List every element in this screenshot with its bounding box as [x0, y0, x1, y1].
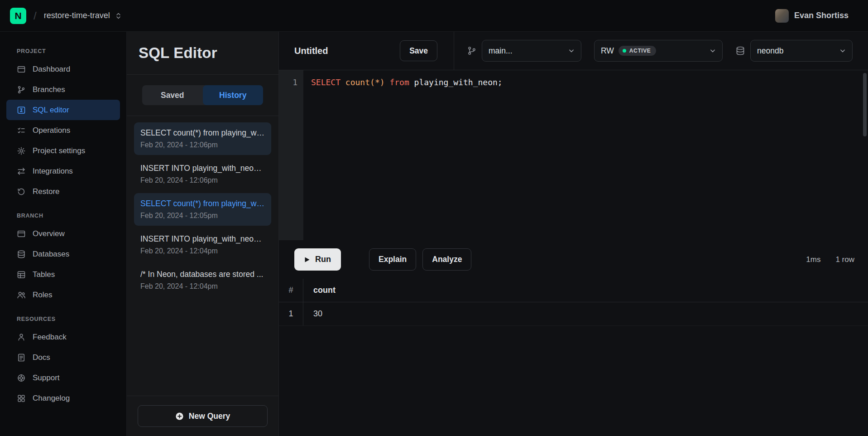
analyze-button[interactable]: Analyze — [422, 248, 471, 271]
sidebar-item-overview[interactable]: Overview — [6, 223, 120, 244]
sidebar-item-integrations[interactable]: Integrations — [6, 161, 120, 181]
code-input[interactable]: SELECT count(*) from playing_with_neon; — [303, 70, 868, 240]
sidebar-item-label: Changelog — [33, 394, 70, 403]
sidebar-item-label: Operations — [33, 126, 70, 135]
project-name: restore-time-travel — [44, 11, 110, 20]
sidebar-item-label: Tables — [33, 270, 55, 279]
user-name: Evan Shortiss — [794, 11, 849, 20]
tab-history[interactable]: History — [203, 85, 264, 105]
scrollbar-thumb[interactable] — [863, 73, 867, 136]
database-icon — [735, 46, 745, 56]
sidebar-item-restore[interactable]: Restore — [6, 181, 120, 202]
query-stats: 1ms 1 row — [806, 255, 854, 264]
sidebar-item-label: Overview — [33, 229, 65, 238]
chevron-down-icon — [839, 48, 846, 54]
line-number-gutter: 1 — [279, 70, 303, 240]
code-editor: 1 SELECT count(*) from playing_with_neon… — [279, 70, 868, 240]
sidebar-item-branches[interactable]: Branches — [6, 79, 120, 100]
user-menu[interactable]: Evan Shortiss — [775, 9, 849, 23]
sidebar-item-docs[interactable]: Docs — [6, 347, 120, 368]
sql-editor-icon — [17, 106, 26, 115]
docs-icon — [17, 353, 26, 362]
query-title[interactable]: Untitled — [294, 46, 328, 56]
code-token-keyword: SELECT — [311, 78, 345, 87]
dashboard-icon — [17, 65, 26, 74]
history-date: Feb 20, 2024 - 12:06pm — [140, 141, 265, 149]
history-item[interactable]: SELECT count(*) from playing_wit... Feb … — [134, 122, 271, 155]
history-item[interactable]: /* In Neon, databases are stored ... Feb… — [134, 264, 271, 296]
table-icon — [17, 270, 26, 279]
history-date: Feb 20, 2024 - 12:04pm — [140, 282, 265, 291]
run-label: Run — [315, 255, 331, 264]
sidebar-item-roles[interactable]: Roles — [6, 285, 120, 305]
chevron-down-icon — [568, 48, 575, 54]
editor-scrollbar[interactable] — [863, 73, 867, 236]
sidebar-item-label: Databases — [33, 250, 69, 259]
sidebar-item-operations[interactable]: Operations — [6, 120, 120, 140]
results-header-count: count — [303, 279, 336, 302]
status-dot-icon — [623, 49, 626, 53]
editor-header: Untitled Save main... RW — [279, 32, 868, 70]
compute-select[interactable]: RW ACTIVE — [594, 40, 723, 62]
restore-icon — [17, 187, 26, 196]
query-duration: 1ms — [806, 255, 820, 264]
section-label: RESOURCES — [17, 316, 126, 322]
results-header-index: # — [279, 279, 303, 302]
sidebar-item-databases[interactable]: Databases — [6, 244, 120, 264]
sidebar-item-label: Docs — [33, 353, 50, 362]
tab-saved[interactable]: Saved — [142, 85, 203, 105]
chevron-down-icon — [710, 48, 716, 54]
sidebar-item-tables[interactable]: Tables — [6, 264, 120, 285]
new-query-button[interactable]: New Query — [138, 405, 268, 427]
results-cell-index: 1 — [279, 302, 303, 325]
history-query: INSERT INTO playing_with_neon(... — [140, 234, 265, 244]
plus-circle-icon — [175, 412, 184, 421]
section-label: PROJECT — [17, 48, 126, 54]
integrations-icon — [17, 167, 26, 176]
history-item[interactable]: INSERT INTO playing_with_neon(... Feb 20… — [134, 158, 271, 190]
table-row: 1 30 — [279, 302, 868, 326]
history-query: INSERT INTO playing_with_neon(... — [140, 164, 265, 173]
section-label: BRANCH — [17, 213, 126, 219]
operations-icon — [17, 126, 26, 135]
sidebar: PROJECT Dashboard Branches SQL editor — [0, 32, 127, 436]
feedback-icon — [17, 333, 26, 342]
history-item[interactable]: SELECT count(*) from playing_wit... Feb … — [134, 193, 271, 226]
explain-button[interactable]: Explain — [369, 248, 416, 271]
history-item[interactable]: INSERT INTO playing_with_neon(... Feb 20… — [134, 228, 271, 261]
run-button[interactable]: Run — [294, 248, 341, 271]
sidebar-item-label: Feedback — [33, 333, 67, 342]
breadcrumb-separator: / — [34, 10, 37, 22]
connection-controls: main... RW ACTIVE — [467, 40, 853, 62]
history-date: Feb 20, 2024 - 12:06pm — [140, 176, 265, 184]
sidebar-item-feedback[interactable]: Feedback — [6, 327, 120, 347]
sidebar-item-label: Support — [33, 373, 60, 383]
save-button[interactable]: Save — [400, 40, 437, 61]
support-icon — [17, 373, 26, 383]
compute-select-value: RW — [601, 46, 614, 56]
sidebar-item-label: Roles — [33, 291, 52, 300]
compute-status-badge: ACTIVE — [619, 46, 657, 56]
sidebar-item-dashboard[interactable]: Dashboard — [6, 59, 120, 79]
sidebar-item-changelog[interactable]: Changelog — [6, 388, 120, 408]
sidebar-item-sql-editor[interactable]: SQL editor — [6, 100, 120, 120]
results-cell-count: 30 — [303, 302, 322, 325]
neon-logo[interactable]: N — [10, 8, 26, 24]
sidebar-section-resources: RESOURCES Feedback Docs Support — [0, 316, 126, 408]
database-control: neondb — [735, 40, 853, 62]
overview-icon — [17, 229, 26, 238]
play-icon — [304, 257, 310, 263]
query-row-count: 1 row — [835, 255, 854, 264]
branch-select[interactable]: main... — [482, 40, 581, 62]
results-table: # count 1 30 — [279, 279, 868, 436]
history-list: SELECT count(*) from playing_wit... Feb … — [127, 116, 278, 396]
database-select[interactable]: neondb — [750, 40, 853, 62]
history-query: SELECT count(*) from playing_wit... — [140, 128, 265, 138]
branch-icon — [467, 46, 477, 56]
sidebar-item-label: Integrations — [33, 167, 73, 176]
breadcrumb[interactable]: restore-time-travel — [44, 11, 121, 20]
sidebar-section-project: PROJECT Dashboard Branches SQL editor — [0, 48, 126, 202]
sidebar-item-support[interactable]: Support — [6, 368, 120, 388]
sidebar-item-project-settings[interactable]: Project settings — [6, 140, 120, 161]
query-tab[interactable]: Untitled Save — [279, 32, 454, 70]
